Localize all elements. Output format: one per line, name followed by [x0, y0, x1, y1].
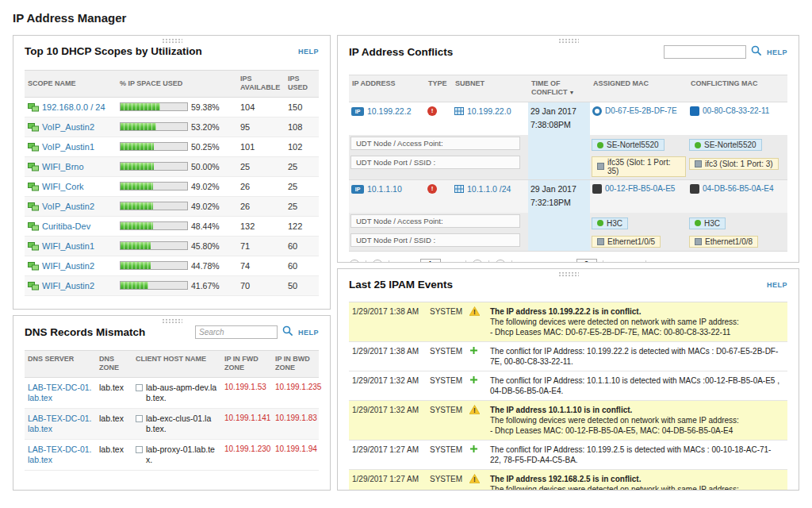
help-link[interactable]: HELP: [767, 48, 787, 56]
conflicts-table-body: IP 10.199.22.2 ! 10.199.22.0 29 Jan 2017…: [349, 102, 787, 252]
table-row: LAB-TEX-DC-01.lab.tex lab.tex lab-exc-cl…: [25, 409, 319, 440]
assigned-port-chip[interactable]: Ethernet1/0/5: [592, 236, 661, 248]
assigned-mac-link[interactable]: 00-12-FB-B5-0A-E5: [605, 184, 675, 193]
dns-server-link[interactable]: LAB-TEX-DC-01.lab.tex: [28, 444, 92, 464]
ips-available-value: 70: [237, 281, 285, 291]
event-source: SYSTEM: [430, 405, 469, 436]
add-icon: [469, 375, 478, 386]
assigned-port-chip[interactable]: ifc35 (Slot: 1 Port: 35): [592, 156, 686, 177]
scope-name-link[interactable]: WIFI_Austin1: [42, 241, 94, 251]
subnet-icon: [454, 107, 464, 115]
utilization-percent: 48.44%: [191, 221, 220, 231]
udt-port-label: UDT Node Port / SSID :: [350, 233, 520, 247]
column-header: % IP SPACE USED: [117, 75, 237, 92]
conflicting-mac-link[interactable]: 00-80-C8-33-22-11: [703, 106, 769, 115]
panel-title: IP Address Conflicts: [349, 46, 453, 58]
add-icon: [469, 346, 478, 356]
pagination-bar: « ‹ Page of 4 › » Items on page Show all: [349, 259, 787, 263]
column-header-sort-time[interactable]: TIME OF CONFLICT▼: [528, 75, 590, 102]
ip-fwd-zone-value: 10.199.1.53: [221, 378, 272, 408]
vendor-icon: [592, 106, 602, 116]
search-input[interactable]: [195, 325, 278, 339]
ips-available-value: 95: [237, 122, 285, 132]
drag-handle-icon[interactable]: [162, 318, 182, 324]
column-header: ASSIGNED MAC: [590, 75, 688, 102]
first-page-button[interactable]: «: [349, 260, 360, 263]
show-all-link[interactable]: Show all: [609, 260, 641, 263]
scope-name-link[interactable]: WIFI_Austin2: [42, 261, 94, 271]
ips-available-value: 132: [237, 221, 285, 231]
scope-name-link[interactable]: WIFI_Brno: [42, 162, 84, 171]
conflict-ip-link[interactable]: 10.199.22.2: [367, 106, 411, 116]
conflict-row-group: IP 10.199.22.2 ! 10.199.22.0 29 Jan 2017…: [349, 102, 787, 180]
time-of-conflict: 29 Jan 2017 7:38:08PM: [528, 102, 590, 135]
event-row: 1/29/2017 1:32 AM SYSTEM ! The IP addres…: [349, 401, 787, 441]
events-table-body: 1/29/2017 1:38 AM SYSTEM ! The IP addres…: [349, 302, 787, 491]
dns-server-link[interactable]: LAB-TEX-DC-01.lab.tex: [28, 414, 92, 433]
drag-handle-icon[interactable]: [162, 38, 182, 44]
last-page-button[interactable]: »: [495, 260, 506, 263]
panel-dhcp-scopes: Top 10 DHCP Scopes by Utilization HELP S…: [13, 35, 331, 310]
column-header: IPS AVAILABLE: [237, 71, 285, 97]
help-link[interactable]: HELP: [767, 281, 787, 289]
subnet-link[interactable]: 10.199.22.0: [467, 106, 511, 116]
scope-icon: [28, 142, 39, 152]
help-link[interactable]: HELP: [298, 329, 319, 337]
drag-handle-icon[interactable]: [558, 38, 579, 44]
assigned-node-chip[interactable]: SE-Nortel5520: [592, 139, 665, 151]
search-button[interactable]: [282, 325, 293, 339]
utilization-percent: 45.80%: [191, 241, 220, 251]
port-icon: [597, 238, 604, 245]
table-row: WIFI_Austin1 45.80% 71 60: [25, 237, 319, 256]
subnet-link[interactable]: 10.1.1.0 /24: [467, 184, 511, 194]
event-row: 1/29/2017 1:38 AM SYSTEM ! The conflict …: [349, 342, 787, 371]
conflicting-mac-link[interactable]: 04-DB-56-B5-0A-E4: [703, 184, 773, 193]
ips-used-value: 60: [285, 241, 319, 251]
conflicting-node-chip[interactable]: H3C: [689, 217, 726, 229]
scope-name-link[interactable]: Curitiba-Dev: [42, 221, 90, 231]
scope-name-link[interactable]: WIFI_Austin2: [42, 281, 94, 291]
event-source: SYSTEM: [430, 375, 469, 396]
panel-title: Last 25 IPAM Events: [349, 279, 453, 291]
scope-name-link[interactable]: VoIP_Austin2: [42, 202, 94, 211]
ips-used-value: 108: [285, 122, 319, 132]
conflicting-node-chip[interactable]: SE-Nortel5520: [689, 139, 762, 151]
conflicting-port-chip[interactable]: Ethernet1/0/8: [689, 236, 758, 248]
scope-name-link[interactable]: 192.168.0.0 / 24: [42, 102, 105, 112]
utilization-percent: 53.20%: [191, 122, 220, 132]
scope-name-link[interactable]: VoIP_Austin1: [42, 142, 94, 152]
conflicting-port-chip[interactable]: ifc3 (Slot: 1 Port: 3): [689, 158, 779, 170]
column-header: CLIENT HOST NAME: [132, 351, 221, 377]
next-page-button[interactable]: ›: [472, 260, 483, 263]
dns-zone-value: lab.tex: [96, 409, 132, 439]
assigned-mac-link[interactable]: D0-67-E5-2B-DF-7E: [605, 106, 677, 115]
scope-icon: [28, 241, 39, 251]
utilization-bar: [120, 261, 188, 270]
warning-icon: !: [469, 306, 480, 318]
scope-name-link[interactable]: VoIP_Austin2: [42, 122, 94, 132]
event-time: 1/29/2017 1:38 AM: [352, 346, 430, 367]
search-input[interactable]: [664, 45, 746, 59]
event-message: The conflict for IP Address: 10.199.2.5 …: [490, 444, 784, 465]
assigned-node-chip[interactable]: H3C: [592, 217, 628, 229]
utilization-bar: [120, 142, 188, 151]
event-source: SYSTEM: [430, 346, 469, 367]
drag-handle-icon[interactable]: [558, 271, 579, 277]
conflict-ip-link[interactable]: 10.1.1.10: [367, 184, 402, 194]
items-on-page-input[interactable]: [576, 259, 597, 263]
search-button[interactable]: [751, 45, 762, 59]
page-number-input[interactable]: [420, 259, 441, 263]
add-icon: [469, 444, 478, 455]
sorted-column-fill: [528, 213, 590, 232]
column-header: DNS SERVER: [25, 351, 96, 377]
event-row: 1/29/2017 1:27 AM SYSTEM ! The IP addres…: [349, 470, 787, 491]
column-header: IP IN FWD ZONE: [221, 351, 272, 377]
dns-server-link[interactable]: LAB-TEX-DC-01.lab.tex: [28, 383, 92, 402]
ips-available-value: 26: [237, 182, 285, 191]
utilization-bar: [120, 281, 188, 290]
prev-page-button[interactable]: ‹: [372, 260, 383, 263]
event-source: SYSTEM: [430, 474, 469, 491]
help-link[interactable]: HELP: [298, 48, 319, 56]
scope-name-link[interactable]: WIFI_Cork: [42, 182, 84, 191]
ip-bwd-zone-value: 10.199.1.235: [272, 378, 324, 408]
